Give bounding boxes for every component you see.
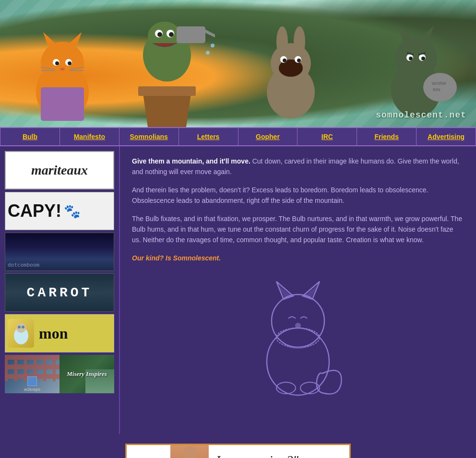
sidebar-ad-w2krepo[interactable]: w2krepo [5,355,60,393]
svg-point-21 [169,32,174,37]
svg-point-63 [182,446,197,458]
svg-text:BIN: BIN [433,87,440,92]
svg-point-45 [409,57,413,60]
ad-dotcomboom-text: dotcomboom [8,262,39,268]
bottom-ad-text: In my vagina?" [209,453,306,458]
fox-illustration [238,278,358,402]
svg-marker-14 [143,94,191,127]
svg-point-34 [283,59,286,62]
sidebar-ad-misery[interactable]: Misery Inspires [60,355,114,393]
ad-mariteaux-text: mariteaux [31,163,88,178]
navbar: Bulb Manifesto Somnolians Letters Gopher… [0,127,476,146]
main-content: mariteaux CAPY! 🐾 dotcomboom CARROT [0,146,476,434]
svg-point-7 [55,61,59,65]
bottom-ad-content: vagina?" [250,453,298,458]
svg-point-54 [272,294,324,347]
svg-point-2 [41,42,84,85]
ad-capy-text: CAPY! [8,201,61,221]
ad-carrot-text: CARROT [27,285,93,300]
manifesto-p1: Give them a mountain, and it'll move. Cu… [132,156,464,177]
nav-friends[interactable]: Friends [357,128,416,145]
nav-irc[interactable]: IRC [298,128,357,145]
svg-point-60 [276,328,320,347]
sidebar-ad-carrot[interactable]: CARROT [5,273,114,312]
ad-mon-text: mon [39,325,68,342]
svg-rect-1 [41,87,84,121]
site-watermark: somnolescent.net [376,110,466,120]
sidebar-ad-mon[interactable]: mon [5,314,114,352]
svg-point-8 [68,61,71,65]
svg-point-26 [206,51,210,55]
sidebar-ad-capy[interactable]: CAPY! 🐾 [5,192,114,230]
svg-point-29 [276,26,288,57]
svg-point-24 [211,44,214,47]
nav-manifesto[interactable]: Manifesto [60,128,119,145]
header-banner: WORM BIN somnolescent.net [0,0,476,127]
svg-point-46 [421,57,425,60]
svg-rect-22 [177,26,205,43]
svg-point-52 [22,326,24,329]
svg-text:WORM: WORM [432,81,446,86]
svg-line-23 [205,31,215,38]
content-area: Give them a mountain, and it'll move. Cu… [120,146,476,434]
sidebar: mariteaux CAPY! 🐾 dotcomboom CARROT [0,146,120,434]
svg-point-37 [395,37,437,80]
nav-gopher[interactable]: Gopher [238,128,298,145]
sidebar-ad-row: w2krepo Misery Inspires [5,355,114,393]
mon-icon [8,319,34,348]
svg-point-50 [16,323,26,333]
svg-point-20 [157,32,162,37]
svg-rect-15 [138,86,196,96]
bottom-ad-person [170,444,209,458]
sidebar-ad-mariteaux[interactable]: mariteaux [5,151,114,189]
manifesto-p1-bold: Give them a mountain, and it'll move. [132,157,250,165]
svg-point-9 [60,68,65,70]
manifesto-p4: Our kind? Is Somnolescent. [132,253,464,263]
svg-point-35 [297,59,301,62]
nav-bulb[interactable]: Bulb [0,128,60,145]
sidebar-ad-dotcomboom[interactable]: dotcomboom [5,233,114,271]
nav-somnolians[interactable]: Somnolians [119,128,179,145]
w2krepo-icon [27,376,37,386]
capy-creature: 🐾 [64,203,81,219]
bottom-ad-italic: my [230,453,246,458]
manifesto-p3: The Bulb fixates, and in that fixation, … [132,213,464,246]
bottom-ad-banner[interactable]: In my vagina?" [125,444,351,458]
banner-area: In my vagina?" Want your ad here? [0,444,476,458]
ad-misery-text: Misery Inspires [64,368,109,380]
svg-point-51 [18,326,21,329]
nav-advertising[interactable]: Advertising [416,128,476,145]
ad-w2krepo-text: w2krepo [24,387,40,392]
nav-letters[interactable]: Letters [179,128,238,145]
manifesto-p2: And therein lies the problem, doesn't it… [132,185,464,206]
svg-point-30 [294,26,305,57]
